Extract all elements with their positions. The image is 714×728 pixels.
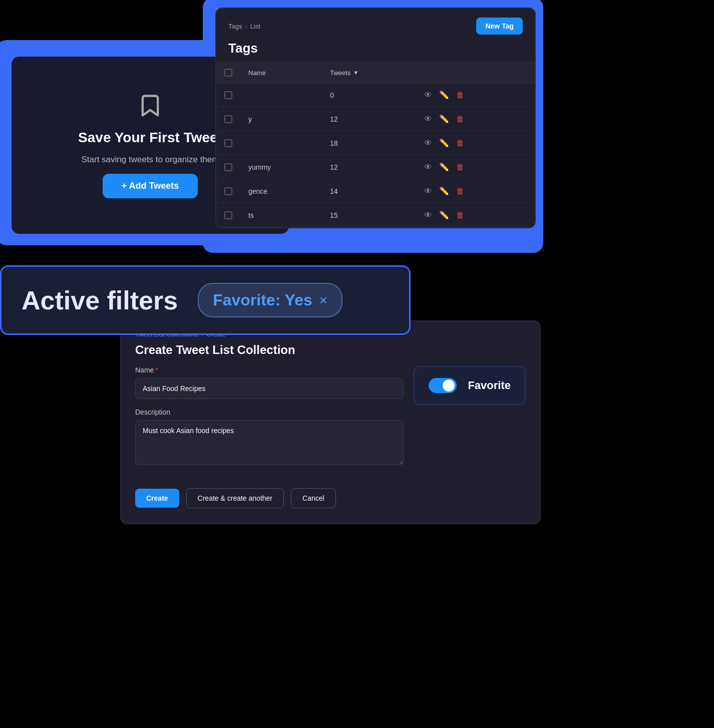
row-tweets: 12 [322, 155, 416, 179]
create-body: Name * Description Must cook Asian food … [121, 366, 540, 476]
name-form-group: Name * [135, 366, 404, 399]
delete-icon[interactable]: 🗑 [456, 187, 464, 196]
active-filters-panel: Active filters Favorite: Yes × [0, 265, 411, 335]
create-form: Name * Description Must cook Asian food … [135, 366, 404, 476]
edit-icon[interactable]: ✏️ [439, 114, 449, 124]
create-collection-panel: Tweet List Collections › Create Create T… [120, 320, 541, 524]
row-actions: 👁 ✏️ 🗑 [424, 114, 527, 124]
breadcrumb-sep: › [245, 23, 247, 30]
table-row: yummy 12 👁 ✏️ 🗑 [216, 155, 535, 179]
delete-icon[interactable]: 🗑 [456, 139, 464, 148]
row-checkbox[interactable] [224, 163, 232, 171]
filters-label: Active filters [22, 285, 178, 315]
name-input[interactable] [135, 378, 404, 399]
row-tweets: 15 [322, 203, 416, 227]
edit-icon[interactable]: ✏️ [439, 186, 449, 196]
edit-icon[interactable]: ✏️ [439, 210, 449, 220]
row-tweets: 12 [322, 107, 416, 131]
table-row: 18 👁 ✏️ 🗑 [216, 131, 535, 155]
view-icon[interactable]: 👁 [424, 115, 432, 124]
col-name-header: Name [240, 63, 322, 83]
cancel-button[interactable]: Cancel [291, 488, 336, 508]
favorite-panel: Favorite [414, 366, 526, 405]
table-row: 0 👁 ✏️ 🗑 [216, 83, 535, 107]
toggle-track[interactable] [429, 378, 457, 393]
create-button[interactable]: Create [135, 489, 179, 508]
save-tweet-subtitle: Start saving tweets to organize them [82, 155, 219, 165]
view-icon[interactable]: 👁 [424, 139, 432, 148]
description-form-group: Description Must cook Asian food recipes [135, 408, 404, 467]
row-actions: 👁 ✏️ 🗑 [424, 90, 527, 100]
toggle-thumb [443, 380, 455, 392]
row-checkbox[interactable] [224, 211, 232, 219]
view-icon[interactable]: 👁 [424, 187, 432, 196]
tags-title: Tags [216, 39, 535, 62]
breadcrumb-parent: Tags [228, 23, 242, 30]
bookmark-icon [137, 93, 163, 121]
create-another-button[interactable]: Create & create another [186, 488, 284, 508]
row-name: y [240, 107, 322, 131]
add-tweets-button[interactable]: + Add Tweets [103, 174, 198, 198]
delete-icon[interactable]: 🗑 [456, 91, 464, 100]
row-name [240, 131, 322, 155]
row-checkbox[interactable] [224, 91, 232, 99]
save-tweet-title: Save Your First Tweet [78, 130, 222, 146]
tags-header: Tags › List New Tag [216, 9, 535, 39]
row-actions: 👁 ✏️ 🗑 [424, 186, 527, 196]
delete-icon[interactable]: 🗑 [456, 163, 464, 172]
view-icon[interactable]: 👁 [424, 211, 432, 220]
create-actions: Create Create & create another Cancel [121, 476, 540, 508]
table-row: gence 14 👁 ✏️ 🗑 [216, 179, 535, 203]
delete-icon[interactable]: 🗑 [456, 115, 464, 124]
view-icon[interactable]: 👁 [424, 91, 432, 100]
edit-icon[interactable]: ✏️ [439, 90, 449, 100]
row-checkbox[interactable] [224, 139, 232, 147]
filter-chip-close-icon[interactable]: × [319, 293, 327, 307]
new-tag-button[interactable]: New Tag [476, 18, 523, 35]
row-actions: 👁 ✏️ 🗑 [424, 162, 527, 172]
tags-panel: Tags › List New Tag Tags Name Tweets ▼ [215, 8, 536, 228]
row-tweets: 18 [322, 131, 416, 155]
select-all-checkbox[interactable] [224, 69, 232, 77]
description-label: Description [135, 408, 404, 416]
row-tweets: 0 [322, 83, 416, 107]
col-actions-header [416, 63, 535, 83]
filter-chip-text: Favorite: Yes [213, 291, 312, 309]
edit-icon[interactable]: ✏️ [439, 138, 449, 148]
row-name: yummy [240, 155, 322, 179]
favorite-filter-chip[interactable]: Favorite: Yes × [198, 283, 342, 317]
required-star: * [155, 366, 158, 374]
row-actions: 👁 ✏️ 🗑 [424, 210, 527, 220]
name-label: Name * [135, 366, 404, 374]
row-actions: 👁 ✏️ 🗑 [424, 138, 527, 148]
row-name: ts [240, 203, 322, 227]
col-tweets-header: Tweets ▼ [322, 63, 416, 83]
delete-icon[interactable]: 🗑 [456, 211, 464, 220]
row-name: gence [240, 179, 322, 203]
table-row: ts 15 👁 ✏️ 🗑 [216, 203, 535, 227]
favorite-label: Favorite [468, 379, 511, 392]
edit-icon[interactable]: ✏️ [439, 162, 449, 172]
row-checkbox[interactable] [224, 115, 232, 123]
tags-table: Name Tweets ▼ 0 👁 ✏️ 🗑 [216, 62, 535, 227]
breadcrumb-current: List [250, 23, 260, 30]
table-row: y 12 👁 ✏️ 🗑 [216, 107, 535, 131]
tags-breadcrumb: Tags › List [228, 23, 260, 30]
description-textarea[interactable]: Must cook Asian food recipes [135, 420, 404, 465]
favorite-toggle[interactable] [429, 378, 457, 393]
row-tweets: 14 [322, 179, 416, 203]
view-icon[interactable]: 👁 [424, 163, 432, 172]
row-checkbox[interactable] [224, 187, 232, 195]
create-collection-title: Create Tweet List Collection [121, 340, 540, 366]
row-name [240, 83, 322, 107]
